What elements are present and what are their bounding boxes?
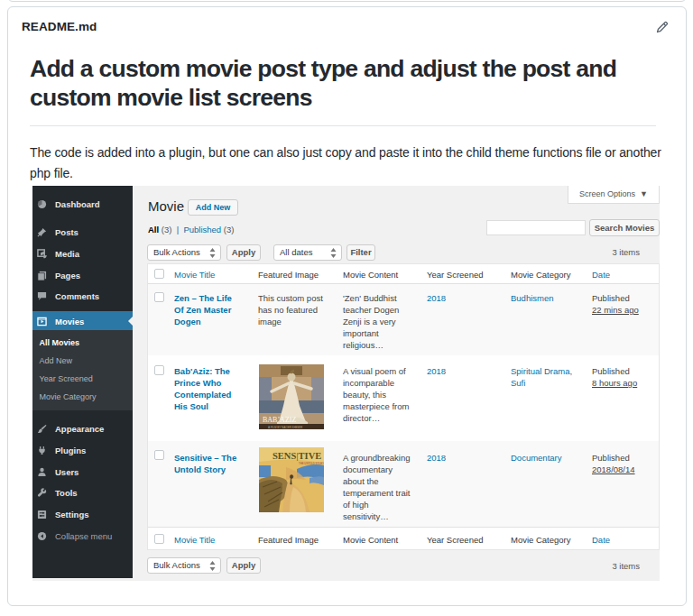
svg-text:SENS|TIVE: SENS|TIVE [273, 451, 321, 461]
svg-text:A FILM BY NACER KHEMIR: A FILM BY NACER KHEMIR [268, 426, 303, 429]
svg-text:THE UNTOLD STORY: THE UNTOLD STORY [299, 462, 324, 465]
svg-text:BAB’AZIZ: BAB’AZIZ [263, 416, 296, 424]
